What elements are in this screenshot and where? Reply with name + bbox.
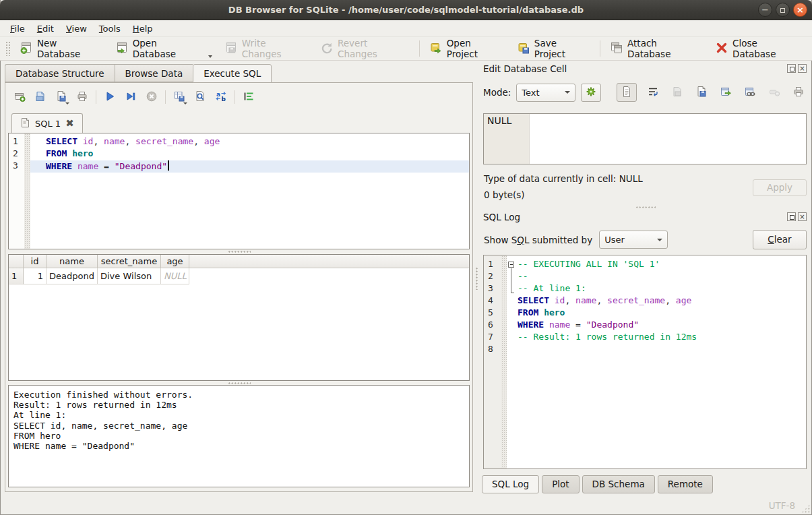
clear-button[interactable]: Clear (753, 230, 807, 249)
close-database-button[interactable]: Close Database (709, 35, 809, 62)
word-wrap-icon (243, 90, 255, 104)
auto-switch-mode-button[interactable] (581, 84, 601, 102)
import-data-icon (671, 86, 683, 100)
execute-all-button[interactable] (102, 90, 117, 104)
attach-database-button[interactable]: Attach Database (604, 35, 709, 62)
toolbar-drag-handle[interactable] (5, 41, 11, 56)
sql-doc-tab[interactable]: SQL 1 ✖ (11, 113, 83, 133)
row-number-cell[interactable]: 1 (9, 268, 24, 284)
write-changes-button: Write Changes (218, 35, 314, 62)
save-as-button[interactable] (693, 84, 710, 100)
submitted-by-select[interactable]: User (599, 231, 668, 249)
tab-execute-sql[interactable]: Execute SQL (193, 64, 272, 83)
header-filler (189, 255, 469, 268)
print-icon (792, 86, 805, 100)
attach-database-icon (610, 41, 623, 57)
menu-edit[interactable]: Edit (31, 22, 60, 35)
open-database-dropdown-icon[interactable] (208, 55, 212, 58)
corner-header-cell[interactable] (9, 255, 24, 268)
close-dock-icon[interactable]: × (798, 212, 807, 221)
tab-label: Database Structure (15, 68, 104, 79)
open-database-button[interactable]: Open Database (109, 35, 218, 62)
new-database-button[interactable]: New Database (13, 35, 109, 62)
open-sql-file-button[interactable] (33, 90, 48, 104)
right-dock: Edit Database Cell × Mode: Text (479, 61, 812, 495)
replace-icon: ab (215, 90, 227, 104)
tab-browse-data[interactable]: Browse Data (115, 64, 193, 82)
resize-grip-icon[interactable] (801, 504, 810, 513)
tab-sql-log[interactable]: SQL Log (482, 475, 539, 493)
toolbar-separator (165, 90, 166, 104)
open-database-label: Open Database (133, 38, 203, 59)
encoding-indicator[interactable]: UTF-8 (769, 500, 795, 511)
column-header-id[interactable]: id (24, 255, 46, 268)
text-cursor (168, 160, 169, 171)
text-document-icon (621, 86, 633, 100)
replace-button[interactable]: ab (214, 90, 228, 104)
sql-log-view[interactable]: 1 2 3 4 5 6 7 8 -- EXECUTING ALL IN 'SQL… (483, 255, 807, 469)
svg-text:b: b (222, 96, 226, 102)
column-header-age[interactable]: age (161, 255, 189, 268)
tab-db-schema[interactable]: DB Schema (582, 475, 655, 493)
cell-mode-row: Mode: Text (483, 83, 807, 102)
menu-view[interactable]: View (60, 22, 93, 35)
close-icon: × (797, 5, 804, 15)
close-dock-icon[interactable]: × (798, 64, 807, 73)
cell-age-null[interactable]: NULL (161, 268, 189, 284)
log-line: -- (516, 271, 806, 283)
tab-plot[interactable]: Plot (542, 475, 579, 493)
tab-remote[interactable]: Remote (658, 475, 713, 493)
open-project-button[interactable]: Open Project (423, 35, 511, 62)
word-wrap-button[interactable] (645, 84, 661, 100)
set-null-button (766, 84, 782, 100)
cell-edit-area[interactable] (530, 114, 806, 164)
fold-guide-line (511, 268, 511, 293)
cell-name[interactable]: Deadpond (46, 268, 98, 284)
export-results-dropdown-icon[interactable] (183, 102, 187, 104)
mode-select[interactable]: Text (516, 84, 575, 102)
tab-database-structure[interactable]: Database Structure (5, 64, 115, 82)
title-bar[interactable]: DB Browser for SQLite - /home/user/code/… (0, 0, 812, 20)
save-project-button[interactable]: Save Project (511, 35, 596, 62)
new-database-icon (20, 41, 33, 57)
log-line (516, 344, 806, 356)
execution-messages[interactable]: Execution finished without errors. Resul… (8, 385, 470, 487)
cell-id[interactable]: 1 (24, 268, 46, 284)
code-line: SELECT id, name, secret_name, age (30, 136, 469, 148)
text-mode-button[interactable] (617, 83, 637, 102)
cell-value-editor[interactable]: NULL (483, 113, 807, 164)
close-tab-icon[interactable]: ✖ (65, 119, 74, 129)
revert-changes-button: Revert Changes (314, 35, 416, 62)
new-tab-button[interactable] (12, 90, 27, 104)
link-button[interactable] (742, 84, 758, 100)
menu-tools[interactable]: Tools (93, 22, 127, 35)
word-wrap-button[interactable] (241, 90, 256, 104)
sql-toolbar: ab (12, 88, 256, 106)
float-dock-icon[interactable] (787, 64, 796, 73)
pane-splitter-grip[interactable] (475, 267, 478, 290)
export-data-button[interactable] (718, 84, 734, 100)
print-cell-button[interactable] (790, 84, 807, 100)
menu-help[interactable]: Help (127, 22, 159, 35)
editor-results-splitter[interactable] (228, 250, 251, 253)
float-dock-icon[interactable] (787, 212, 796, 221)
maximize-button[interactable] (776, 3, 790, 17)
print-button[interactable] (75, 90, 90, 104)
menu-file[interactable]: File (4, 22, 31, 35)
column-header-secret-name[interactable]: secret_name (98, 255, 161, 268)
column-header-name[interactable]: name (46, 255, 98, 268)
sql-editor[interactable]: 1 2 3 SELECT id, name, secret_name, age … (8, 133, 470, 249)
cell-secret-name[interactable]: Dive Wilson (98, 268, 161, 284)
save-sql-file-button[interactable] (54, 90, 69, 104)
execute-current-line-button[interactable] (123, 90, 138, 104)
editor-code-area[interactable]: SELECT id, name, secret_name, age FROM h… (30, 133, 469, 249)
fold-collapse-icon[interactable] (508, 262, 514, 268)
open-database-icon (115, 41, 129, 57)
dock-splitter[interactable] (635, 206, 656, 209)
log-code-area[interactable]: -- EXECUTING ALL IN 'SQL 1' -- -- At lin… (516, 255, 806, 468)
close-button[interactable]: × (793, 3, 807, 17)
save-sql-dropdown-icon[interactable] (65, 102, 69, 104)
find-button[interactable] (193, 90, 208, 104)
minimize-button[interactable]: − (758, 3, 772, 17)
export-results-button[interactable] (172, 90, 187, 104)
